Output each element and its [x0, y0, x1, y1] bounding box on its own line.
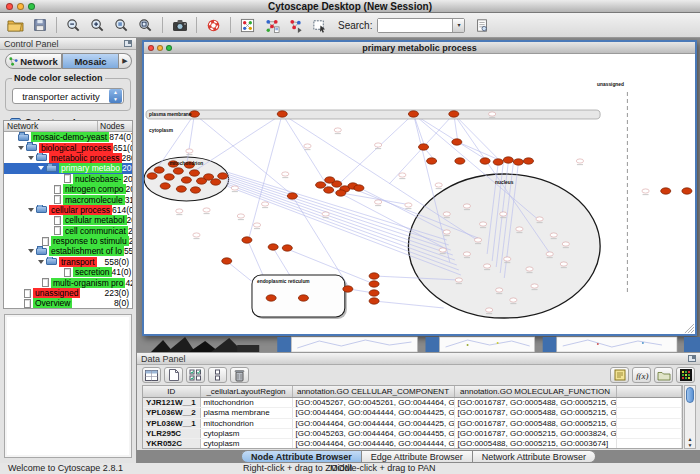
attribute-cell[interactable]: [GO:0016787, GO:0005488, GO:0005215, G..…	[454, 418, 616, 428]
expand-arrow-icon[interactable]	[18, 146, 24, 150]
tree-column-nodes[interactable]: Nodes	[98, 121, 132, 131]
attribute-cell[interactable]: plasma membrane	[200, 408, 292, 418]
network-node[interactable]	[190, 187, 200, 193]
select-mode-icon[interactable]	[308, 15, 331, 36]
heatmap-icon[interactable]	[676, 367, 695, 383]
network-node[interactable]	[503, 157, 513, 163]
network-node[interactable]	[147, 173, 157, 179]
network-node-small[interactable]	[489, 112, 496, 116]
tree-row[interactable]: cellular process614(0)	[4, 205, 132, 215]
unselect-attributes-icon[interactable]	[208, 367, 227, 383]
node-id-cell[interactable]: YPL036W__2	[143, 408, 200, 418]
more-tabs-arrow-icon[interactable]: ▶	[119, 53, 132, 69]
zoom-view-button[interactable]	[166, 45, 172, 51]
snapshot-icon[interactable]	[168, 15, 191, 36]
network-node[interactable]	[369, 290, 379, 296]
create-attribute-icon[interactable]	[164, 367, 183, 383]
network-node[interactable]	[682, 188, 692, 194]
attribute-cell[interactable]: [GO:0045263, GO:0044464, GO:0044455, G..…	[292, 428, 454, 438]
column-header[interactable]: ID	[143, 386, 200, 398]
open-session-icon[interactable]	[4, 15, 27, 36]
tree-row[interactable]: nitrogen compo209(0)	[4, 184, 132, 194]
tab-edge-attribute-browser[interactable]: Edge Attribute Browser	[362, 450, 473, 463]
import-network-icon[interactable]	[236, 15, 259, 36]
network-node[interactable]	[164, 174, 174, 180]
network-node-small[interactable]	[576, 159, 583, 163]
network-node[interactable]	[513, 159, 523, 165]
network-node[interactable]	[181, 177, 191, 183]
tree-row[interactable]: Overview8(0)	[4, 298, 132, 308]
attribute-cell[interactable]: mitochondrion	[200, 398, 292, 408]
tree-row[interactable]: cell communicat22(0)	[4, 226, 132, 236]
network-node-small[interactable]	[536, 217, 543, 221]
network-merge-icon[interactable]	[284, 15, 307, 36]
zoom-out-icon[interactable]	[62, 15, 85, 36]
tab-mosaic[interactable]: Mosaic	[62, 53, 119, 69]
delete-attribute-icon[interactable]	[230, 367, 249, 383]
network-node-small[interactable]	[374, 143, 381, 147]
attribute-cell[interactable]: [GO:0044464, GO:0044446, GO:0044444, G..…	[292, 439, 454, 449]
network-node-small[interactable]	[399, 173, 406, 177]
expand-arrow-icon[interactable]	[38, 260, 44, 264]
network-node[interactable]	[222, 258, 232, 264]
table-row[interactable]: YLR295Ccytoplasm[GO:0045263, GO:0044464,…	[143, 428, 682, 438]
select-attributes-icon[interactable]	[186, 367, 205, 383]
network-node[interactable]	[218, 173, 228, 179]
zoom-fit-icon[interactable]	[134, 15, 157, 36]
scrollbar-thumb[interactable]	[686, 387, 694, 403]
network-node[interactable]	[298, 295, 308, 301]
network-node-small[interactable]	[546, 252, 553, 256]
attribute-cell[interactable]: [GO:0016787, GO:0005488, GO:0005215, G..…	[454, 408, 616, 418]
network-node-small[interactable]	[231, 186, 238, 190]
network-node[interactable]	[176, 186, 186, 192]
tab-node-attribute-browser[interactable]: Node Attribute Browser	[241, 450, 362, 463]
network-node-small[interactable]	[550, 233, 557, 237]
network-node-small[interactable]	[474, 238, 481, 242]
tree-row[interactable]: nucleobase-209(0)	[4, 174, 132, 184]
network-node-small[interactable]	[485, 308, 492, 312]
network-node[interactable]	[343, 286, 353, 292]
node-id-cell[interactable]: YKR052C	[143, 439, 200, 449]
close-window-button[interactable]	[6, 3, 13, 10]
network-node-small[interactable]	[253, 223, 260, 227]
tree-row[interactable]: metabolic process280(0)	[4, 153, 132, 163]
network-node-small[interactable]	[193, 233, 200, 237]
tree-row[interactable]: biological_process651(0)	[4, 142, 132, 152]
tab-network-attribute-browser[interactable]: Network Attribute Browser	[473, 450, 596, 463]
import-table-icon[interactable]	[260, 15, 283, 36]
import-attributes-icon[interactable]	[654, 367, 673, 383]
network-node[interactable]	[173, 168, 183, 174]
help-icon[interactable]	[202, 15, 225, 36]
network-node[interactable]	[449, 111, 459, 117]
column-header[interactable]: _cellularLayoutRegion	[200, 386, 292, 398]
network-node[interactable]	[154, 167, 164, 173]
resize-grip-icon[interactable]	[691, 330, 694, 333]
network-node[interactable]	[277, 111, 287, 117]
tree-row[interactable]: macromolecule311(0)	[4, 194, 132, 204]
network-node-small[interactable]	[334, 128, 341, 132]
attribute-cell[interactable]: [GO:0005488, GO:0005215, GO:0003674]	[454, 439, 616, 449]
attribute-cell[interactable]: [GO:0016787, GO:0005488, GO:0005215, G..…	[454, 398, 616, 408]
scrollbar-arrows-icon[interactable]: ▲▼	[685, 436, 695, 448]
network-node-small[interactable]	[304, 144, 311, 148]
network-node-small[interactable]	[374, 200, 381, 204]
network-node-small[interactable]	[176, 209, 183, 213]
tree-row[interactable]: transport558(0)	[4, 257, 132, 267]
save-session-icon[interactable]	[28, 15, 51, 36]
table-row[interactable]: YKR052Ccytoplasm[GO:0044464, GO:0044446,…	[143, 439, 682, 449]
network-node[interactable]	[325, 177, 335, 183]
expand-arrow-icon[interactable]	[28, 249, 34, 253]
attribute-cell[interactable]: [GO:0045267, GO:0045261, GO:0044464, G..…	[292, 398, 454, 408]
network-node[interactable]	[408, 111, 418, 117]
network-window-titlebar[interactable]: primary metabolic process	[144, 42, 695, 54]
network-node-small[interactable]	[479, 222, 486, 226]
network-node[interactable]	[369, 298, 379, 304]
network-node[interactable]	[268, 244, 278, 250]
network-node-small[interactable]	[463, 204, 470, 208]
network-node-small[interactable]	[526, 267, 533, 271]
table-row[interactable]: YJR121W__1mitochondrion[GO:0045267, GO:0…	[143, 398, 682, 408]
network-node[interactable]	[211, 179, 221, 185]
table-scrollbar[interactable]: ▲▼	[684, 385, 696, 449]
attribute-cell[interactable]: cytoplasm	[200, 439, 292, 449]
expand-arrow-icon[interactable]	[28, 208, 34, 212]
